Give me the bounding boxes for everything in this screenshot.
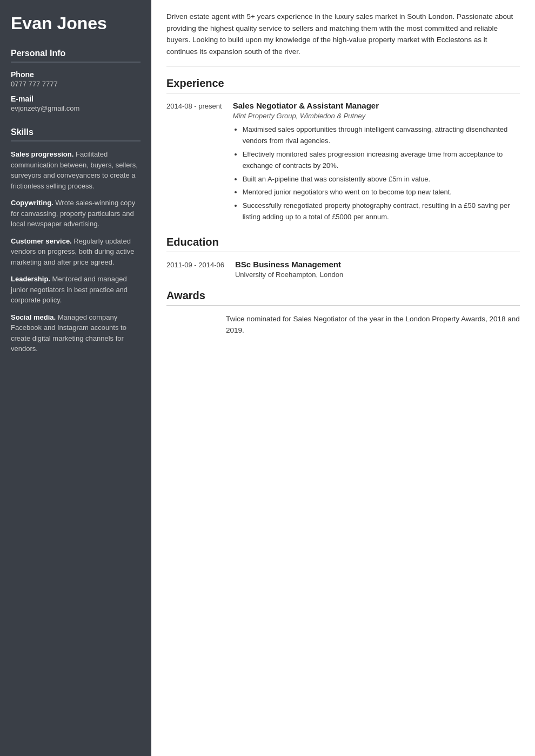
skills-title: Skills [11, 127, 141, 141]
skill-item: Leadership. Mentored and managed junior … [11, 274, 141, 306]
bullet-list: Maximised sales opportunities through in… [233, 124, 520, 222]
degree-title: BSc Business Management [235, 260, 520, 269]
sidebar: Evan Jones Personal Info Phone 0777 777 … [0, 0, 151, 756]
personal-info-title: Personal Info [11, 49, 141, 63]
skill-item: Copywriting. Wrote sales-winning copy fo… [11, 198, 141, 230]
company-name: Mint Property Group, Wimbledon & Putney [233, 112, 520, 120]
awards-section: Awards Twice nominated for Sales Negotia… [166, 289, 520, 336]
email-value: evjonzety@gmail.com [11, 104, 141, 112]
job-title: Sales Negotiator & Assistant Manager [233, 101, 520, 110]
education-section: Education 2011-09 - 2014-06BSc Business … [166, 236, 520, 279]
awards-text: Twice nominated for Sales Negotiator of … [226, 313, 520, 336]
education-title: Education [166, 236, 520, 252]
experience-content: Sales Negotiator & Assistant ManagerMint… [233, 101, 520, 225]
skill-item: Sales progression. Facilitated communica… [11, 149, 141, 191]
candidate-name: Evan Jones [11, 13, 141, 33]
bullet-item: Successfully renegotiated property photo… [243, 200, 520, 223]
education-list: 2011-09 - 2014-06BSc Business Management… [166, 260, 520, 279]
skills-section: Skills Sales progression. Facilitated co… [11, 127, 141, 354]
phone-value: 0777 777 7777 [11, 80, 141, 88]
bullet-item: Effectively monitored sales progression … [243, 149, 520, 172]
phone-label: Phone [11, 70, 141, 79]
bullet-item: Maximised sales opportunities through in… [243, 124, 520, 147]
summary: Driven estate agent with 5+ years experi… [166, 11, 520, 66]
awards-date-spacer [166, 313, 215, 336]
bullet-item: Built an A-pipeline that was consistentl… [243, 174, 520, 185]
experience-entry: 2014-08 - presentSales Negotiator & Assi… [166, 101, 520, 225]
experience-date: 2014-08 - present [166, 101, 222, 225]
experience-list: 2014-08 - presentSales Negotiator & Assi… [166, 101, 520, 225]
skills-list: Sales progression. Facilitated communica… [11, 149, 141, 354]
bullet-item: Mentored junior negotiators who went on … [243, 187, 520, 198]
awards-entry: Twice nominated for Sales Negotiator of … [166, 313, 520, 336]
skill-item: Customer service. Regularly updated vend… [11, 236, 141, 268]
awards-title: Awards [166, 289, 520, 306]
email-label: E-mail [11, 94, 141, 103]
institution-name: University of Roehampton, London [235, 271, 520, 279]
experience-title: Experience [166, 77, 520, 93]
main-content: Driven estate agent with 5+ years experi… [151, 0, 535, 756]
education-content: BSc Business ManagementUniversity of Roe… [235, 260, 520, 279]
education-entry: 2011-09 - 2014-06BSc Business Management… [166, 260, 520, 279]
education-date: 2011-09 - 2014-06 [166, 260, 224, 279]
experience-section: Experience 2014-08 - presentSales Negoti… [166, 77, 520, 225]
personal-info-section: Personal Info Phone 0777 777 7777 E-mail… [11, 49, 141, 112]
skill-item: Social media. Managed company Facebook a… [11, 312, 141, 354]
